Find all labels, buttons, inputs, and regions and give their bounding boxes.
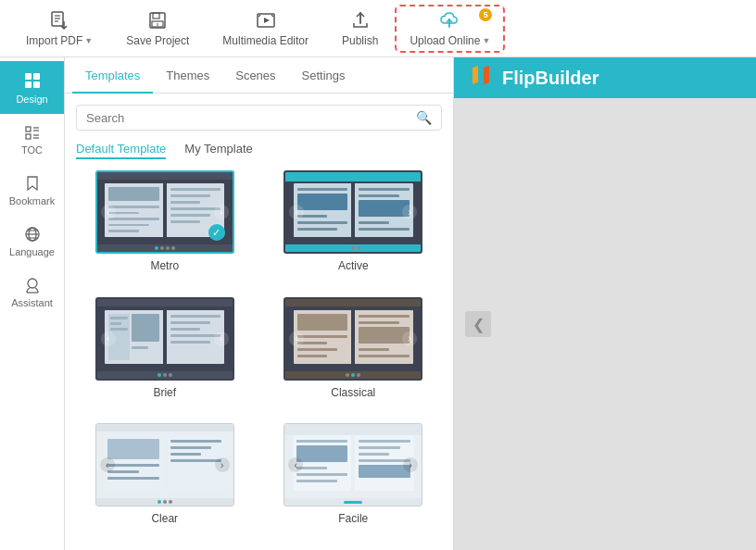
search-input[interactable] [86,111,410,125]
svg-point-26 [28,279,37,288]
flipbuilder-logo: FlipBuilder [469,62,598,94]
classical-nav-left: ‹ [289,331,304,346]
import-pdf-label: Import PDF [26,34,82,47]
search-icon: 🔍 [416,110,432,125]
sidebar-item-design[interactable]: Design [0,61,64,114]
brief-label: Brief [153,386,176,399]
brief-nav-left: ‹ [101,331,116,346]
multimedia-editor-icon [256,10,276,31]
active-nav-right: › [402,205,417,219]
save-project-icon [147,10,168,31]
sidebar-assistant-label: Assistant [11,297,53,308]
svg-line-9 [258,15,260,17]
svg-rect-5 [153,13,159,19]
selected-checkmark: ✓ [208,224,225,241]
upload-online-arrow: ▼ [482,36,490,45]
language-icon [23,225,42,244]
active-nav-left: ‹ [289,205,304,219]
sidebar-item-language[interactable]: Language [0,216,64,267]
metro-nav-right: › [214,205,229,219]
tab-templates[interactable]: Templates [72,57,153,94]
sidebar: Design TOC Bookmark [0,57,65,550]
classical-label: Classical [331,386,375,399]
upload-online-icon [439,10,461,31]
upload-online-button[interactable]: Upload Online ▼ 5 [395,5,505,53]
assistant-icon [23,276,42,294]
search-bar: 🔍 [76,105,442,131]
publish-button[interactable]: Publish [325,5,395,53]
svg-rect-18 [26,134,31,139]
panel: Templates Themes Scenes Settings 🔍 Defau… [65,57,454,550]
template-active[interactable]: ‹ [265,170,443,286]
tab-scenes[interactable]: Scenes [222,57,288,94]
clear-nav-left: ‹ [100,457,115,472]
save-project-label: Save Project [126,34,189,47]
logo-svg [469,62,495,88]
classical-nav-right: › [402,331,417,346]
template-sub-tabs: Default Template My Template [65,138,453,167]
sidebar-language-label: Language [9,246,55,257]
import-pdf-icon [49,10,69,31]
templates-grid: ‹ [65,167,453,550]
sidebar-design-label: Design [16,94,47,105]
sidebar-item-assistant[interactable]: Assistant [0,267,64,318]
main-layout: Design TOC Bookmark [0,57,756,550]
template-thumb-classical[interactable]: ‹ [284,297,422,381]
sidebar-bookmark-label: Bookmark [9,195,56,206]
import-pdf-arrow: ▼ [84,36,93,45]
bookmark-icon [23,174,42,193]
preview-area: FlipBuilder ❮ [454,57,756,550]
facile-nav-right: › [403,457,418,472]
sub-tab-default[interactable]: Default Template [76,142,166,159]
template-facile[interactable]: ‹ [265,423,443,539]
facile-label: Facile [338,512,368,525]
clear-nav-right: › [215,457,230,472]
template-thumb-brief[interactable]: ‹ [95,297,234,381]
template-classical[interactable]: ‹ [265,297,443,413]
brief-nav-right: › [214,331,229,346]
tab-settings[interactable]: Settings [289,57,359,94]
active-label: Active [338,259,369,272]
template-thumb-metro[interactable]: ‹ [95,170,234,254]
facile-nav-left: ‹ [288,457,303,472]
svg-rect-15 [26,127,31,131]
preview-content: ❮ [454,98,756,550]
template-metro[interactable]: ‹ [76,170,254,286]
upload-badge: 5 [479,8,492,21]
tab-themes[interactable]: Themes [153,57,222,94]
svg-rect-14 [33,81,40,88]
flipbuilder-text: FlipBuilder [502,68,598,89]
template-clear[interactable]: ‹ › [76,423,254,539]
prev-page-button[interactable]: ❮ [465,311,491,337]
svg-rect-11 [25,73,32,80]
sidebar-item-toc[interactable]: TOC [0,114,64,165]
svg-line-10 [271,15,273,17]
toolbar: Import PDF ▼ Save Project Multimedia Edi… [0,0,756,57]
svg-rect-13 [25,81,32,88]
publish-label: Publish [342,34,378,47]
prev-arrow-icon: ❮ [472,316,485,333]
save-project-button[interactable]: Save Project [109,5,206,53]
import-pdf-button[interactable]: Import PDF ▼ [9,5,109,53]
template-thumb-active[interactable]: ‹ [284,170,422,254]
template-thumb-clear[interactable]: ‹ › [95,423,234,506]
clear-label: Clear [151,512,178,525]
multimedia-editor-button[interactable]: Multimedia Editor [206,5,325,53]
sidebar-toc-label: TOC [21,144,43,156]
preview-header: FlipBuilder [454,57,756,98]
sub-tab-my[interactable]: My Template [184,142,252,159]
svg-rect-12 [33,73,40,80]
template-thumb-facile[interactable]: ‹ [284,423,422,506]
publish-icon [350,10,371,31]
design-icon [22,70,43,91]
upload-online-label: Upload Online [410,34,480,47]
template-brief[interactable]: ‹ [76,297,254,413]
metro-nav-left: ‹ [101,205,116,219]
flipbuilder-logo-icon [469,62,495,94]
metro-label: Metro [150,259,179,272]
sidebar-item-bookmark[interactable]: Bookmark [0,165,64,216]
panel-tabs: Templates Themes Scenes Settings [65,57,453,94]
multimedia-editor-label: Multimedia Editor [222,34,309,47]
toc-icon [23,123,42,142]
